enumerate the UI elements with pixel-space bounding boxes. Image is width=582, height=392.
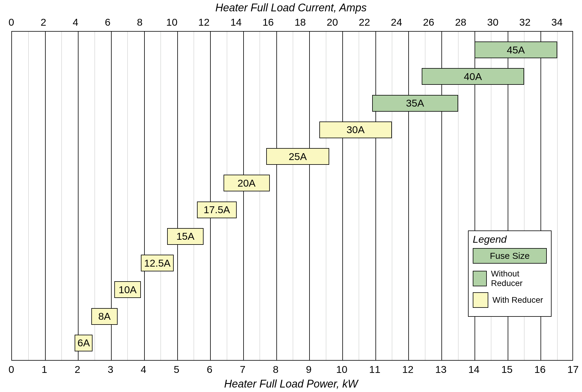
fuse-bar: 20A	[224, 175, 270, 191]
grid-minor	[392, 32, 392, 360]
grid-major	[309, 32, 310, 360]
tick-bottom: 8	[273, 364, 278, 375]
grid-minor	[61, 32, 62, 360]
grid-minor	[127, 32, 128, 360]
tick-bottom: 3	[108, 364, 113, 375]
legend: LegendFuse SizeWithout ReducerWith Reduc…	[468, 230, 552, 317]
fuse-bar: 30A	[319, 122, 392, 138]
tick-top: 30	[487, 16, 498, 28]
grid-minor	[326, 32, 326, 360]
fuse-bar: 6A	[75, 335, 93, 351]
tick-top: 6	[105, 16, 110, 28]
fuse-bar: 45A	[475, 41, 557, 58]
tick-bottom: 4	[141, 364, 146, 375]
tick-top: 24	[391, 16, 402, 28]
tick-bottom: 2	[75, 364, 80, 375]
grid-major	[342, 32, 343, 360]
tick-top: 28	[455, 16, 466, 28]
axis-title-top: Heater Full Load Current, Amps	[0, 1, 582, 14]
legend-without-reducer-swatch	[473, 271, 487, 286]
grid-major	[144, 32, 145, 360]
grid-major	[375, 32, 376, 360]
tick-top: 18	[295, 16, 306, 28]
tick-top: 0	[9, 16, 14, 28]
legend-with-reducer-label: With Reducer	[492, 295, 543, 305]
chart-container: Heater Full Load Current, Amps 024681012…	[0, 0, 582, 392]
tick-bottom: 1	[41, 364, 47, 375]
legend-without-reducer-label: Without Reducer	[491, 269, 547, 288]
fuse-bar: 15A	[167, 228, 204, 245]
tick-bottom: 11	[369, 364, 381, 375]
legend-without-reducer: Without Reducer	[473, 269, 547, 288]
tick-bottom: 17	[567, 364, 579, 375]
fuse-bar: 8A	[91, 308, 118, 325]
tick-bottom: 13	[435, 364, 446, 375]
fuse-bar: 25A	[266, 148, 329, 165]
fuse-bar: 40A	[422, 68, 524, 85]
grid-minor	[359, 32, 359, 360]
axis-title-bottom: Heater Full Load Power, kW	[0, 378, 582, 390]
tick-top: 10	[166, 16, 178, 28]
grid-major	[276, 32, 277, 360]
tick-bottom: 7	[240, 364, 245, 375]
grid-major	[408, 32, 409, 360]
grid-minor	[293, 32, 293, 360]
tick-bottom: 14	[468, 364, 480, 375]
legend-fuse-size: Fuse Size	[473, 248, 547, 264]
tick-top: 26	[423, 16, 434, 28]
fuse-bar: 10A	[114, 281, 141, 298]
tick-top: 32	[519, 16, 531, 28]
grid-major	[243, 32, 244, 360]
tick-top: 20	[327, 16, 338, 28]
grid-minor	[28, 32, 29, 360]
tick-bottom: 15	[501, 364, 513, 375]
plot-area: 6A8A10A12.5A15A17.5A20A25A30A35A40A45ALe…	[11, 31, 573, 361]
fuse-bar: 12.5A	[141, 255, 174, 271]
tick-bottom: 9	[306, 364, 312, 375]
tick-top: 2	[41, 16, 46, 28]
tick-bottom: 12	[402, 364, 414, 375]
grid-minor	[260, 32, 260, 360]
fuse-bar: 17.5A	[197, 202, 237, 218]
tick-bottom: 6	[207, 364, 213, 375]
fuse-bar: 35A	[372, 95, 458, 112]
tick-top: 8	[137, 16, 143, 28]
grid-major	[210, 32, 211, 360]
tick-top: 14	[230, 16, 242, 28]
grid-minor	[227, 32, 227, 360]
legend-with-reducer: With Reducer	[473, 292, 547, 308]
tick-top: 4	[73, 16, 78, 28]
grid-major	[78, 32, 78, 360]
tick-top: 12	[198, 16, 210, 28]
tick-bottom: 0	[9, 364, 14, 375]
tick-top: 22	[359, 16, 370, 28]
tick-top: 34	[551, 16, 563, 28]
grid-minor	[161, 32, 161, 360]
grid-minor	[194, 32, 194, 360]
tick-bottom: 5	[174, 364, 179, 375]
tick-bottom: 10	[336, 364, 347, 375]
grid-major	[45, 32, 46, 360]
grid-minor	[557, 32, 558, 360]
legend-title: Legend	[473, 233, 547, 245]
grid-major	[177, 32, 178, 360]
legend-with-reducer-swatch	[473, 292, 488, 308]
tick-top: 16	[262, 16, 274, 28]
tick-bottom: 16	[534, 364, 546, 375]
